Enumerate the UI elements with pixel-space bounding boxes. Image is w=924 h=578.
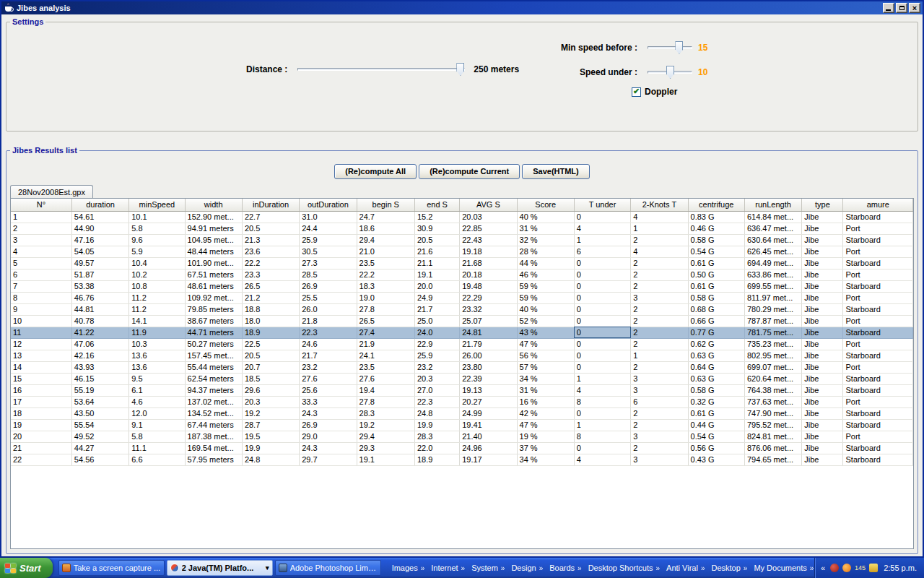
table-cell[interactable]: 44.27 [71, 442, 128, 454]
table-cell[interactable]: 0.61 G [688, 257, 744, 269]
table-cell[interactable]: 29.7 [300, 454, 357, 465]
table-cell[interactable]: 2 [631, 303, 688, 315]
column-header[interactable]: width [185, 199, 242, 211]
table-cell[interactable]: 25.0 [414, 315, 459, 327]
table-cell[interactable]: 53.38 [71, 280, 128, 292]
table-cell[interactable]: 55.54 [71, 419, 128, 431]
table-cell[interactable]: 40 % [517, 211, 574, 223]
table-cell[interactable]: 22.2 [242, 257, 299, 269]
slider-thumb[interactable] [675, 41, 683, 54]
table-cell[interactable]: 18.9 [242, 327, 299, 338]
table-cell[interactable]: Jibe [802, 303, 843, 315]
table-cell[interactable]: 3 [631, 373, 688, 384]
distance-slider[interactable] [297, 62, 465, 77]
table-cell[interactable]: 23.3 [242, 269, 299, 280]
table-cell[interactable]: 0.46 G [688, 223, 744, 234]
table-cell[interactable]: 794.65 met... [744, 454, 801, 465]
table-cell[interactable]: 11.2 [129, 303, 185, 315]
table-cell[interactable]: 41.22 [71, 327, 128, 338]
table-cell[interactable]: 0.63 G [688, 350, 744, 361]
table-cell[interactable]: 1 [574, 419, 630, 431]
table-cell[interactable]: 24.0 [414, 327, 459, 338]
table-cell[interactable]: 2 [631, 257, 688, 269]
toolbar-expand-icon[interactable]: » [421, 564, 425, 572]
table-cell[interactable]: 24.99 [460, 407, 517, 419]
table-cell[interactable]: 67.51 meters [185, 269, 242, 280]
table-cell[interactable]: 1 [631, 350, 688, 361]
table-cell[interactable]: 9.5 [129, 373, 185, 384]
toolbar-expand-icon[interactable]: » [578, 564, 582, 572]
table-cell[interactable]: 109.92 met... [185, 292, 242, 303]
table-cell[interactable]: 38.67 meters [185, 315, 242, 327]
table-cell[interactable]: 17 [11, 396, 71, 407]
quicklaunch-item[interactable]: Desktop [709, 564, 742, 572]
table-cell[interactable]: 94.91 meters [185, 223, 242, 234]
table-cell[interactable]: Starboard [843, 419, 913, 431]
table-cell[interactable]: 26.9 [300, 280, 357, 292]
table-cell[interactable]: 10.2 [129, 269, 185, 280]
quicklaunch-item[interactable]: Anti Viral [664, 564, 700, 572]
table-cell[interactable]: 31 % [517, 384, 574, 396]
table-cell[interactable]: 21.6 [414, 246, 459, 257]
table-cell[interactable]: 0.43 G [688, 454, 744, 465]
table-row[interactable]: 753.3810.848.61 meters26.526.918.320.019… [11, 280, 913, 292]
table-cell[interactable]: 49.52 [71, 431, 128, 442]
table-row[interactable]: 846.7611.2109.92 met...21.225.519.024.92… [11, 292, 913, 303]
table-cell[interactable]: 0.54 G [688, 431, 744, 442]
table-cell[interactable]: 33.3 [300, 396, 357, 407]
table-cell[interactable]: 24.8 [414, 407, 459, 419]
table-cell[interactable]: 46.76 [71, 292, 128, 303]
table-cell[interactable]: 21 [11, 442, 71, 454]
table-cell[interactable]: 27.8 [357, 303, 414, 315]
column-header[interactable]: centrifuge [688, 199, 744, 211]
table-cell[interactable]: 47 % [517, 338, 574, 350]
restore-button[interactable] [896, 3, 907, 13]
table-cell[interactable]: 747.90 met... [744, 407, 801, 419]
table-cell[interactable]: 0 [574, 315, 630, 327]
table-cell[interactable]: 699.07 met... [744, 361, 801, 373]
table-cell[interactable]: 26.9 [300, 419, 357, 431]
table-cell[interactable]: 6 [574, 246, 630, 257]
quicklaunch-item[interactable]: Internet [429, 564, 460, 572]
table-cell[interactable]: 22.7 [242, 211, 299, 223]
table-cell[interactable]: 9.1 [129, 419, 185, 431]
table-cell[interactable]: 0.58 G [688, 234, 744, 246]
table-cell[interactable]: 0.58 G [688, 292, 744, 303]
table-cell[interactable]: 13.6 [129, 361, 185, 373]
table-cell[interactable]: 22.43 [460, 234, 517, 246]
quicklaunch-item[interactable]: Design [509, 564, 538, 572]
table-cell[interactable]: 44.71 meters [185, 327, 242, 338]
table-row[interactable]: 1753.644.6137.02 met...20.333.327.822.32… [11, 396, 913, 407]
table-row[interactable]: 154.6110.1152.90 met...22.731.024.715.22… [11, 211, 913, 223]
table-cell[interactable]: 22 [11, 454, 71, 465]
table-cell[interactable]: 19.2 [242, 407, 299, 419]
table-cell[interactable]: 22.39 [460, 373, 517, 384]
table-cell[interactable]: 54.05 [71, 246, 128, 257]
table-cell[interactable]: 16 [11, 384, 71, 396]
column-header[interactable]: AVG S [460, 199, 517, 211]
tray-icon-orange[interactable] [842, 564, 851, 572]
table-cell[interactable]: Starboard [843, 350, 913, 361]
table-cell[interactable]: 14 [11, 361, 71, 373]
table-cell[interactable]: 25.5 [300, 292, 357, 303]
table-cell[interactable]: 3 [631, 292, 688, 303]
table-cell[interactable]: Starboard [843, 303, 913, 315]
toolbar-expand-icon[interactable]: » [461, 564, 466, 572]
recompute-current-button[interactable]: (Re)compute Current [419, 164, 520, 179]
table-cell[interactable]: 28 % [517, 246, 574, 257]
table-cell[interactable]: 67.44 meters [185, 419, 242, 431]
table-cell[interactable]: 14.1 [129, 315, 185, 327]
table-cell[interactable]: 1 [11, 211, 71, 223]
table-cell[interactable]: 4.6 [129, 396, 185, 407]
table-cell[interactable]: 0.50 G [688, 269, 744, 280]
table-cell[interactable]: 23.80 [460, 361, 517, 373]
table-cell[interactable]: 626.45 met... [744, 246, 801, 257]
table-cell[interactable]: 23.2 [300, 361, 357, 373]
table-row[interactable]: 2254.566.657.95 meters24.829.719.118.919… [11, 454, 913, 465]
table-cell[interactable]: 21.0 [357, 246, 414, 257]
table-cell[interactable]: 21.3 [242, 234, 299, 246]
table-cell[interactable]: 53.64 [71, 396, 128, 407]
table-cell[interactable]: 24.4 [300, 223, 357, 234]
table-row[interactable]: 244.905.894.91 meters20.524.418.630.922.… [11, 223, 913, 234]
table-cell[interactable]: Jibe [802, 269, 843, 280]
